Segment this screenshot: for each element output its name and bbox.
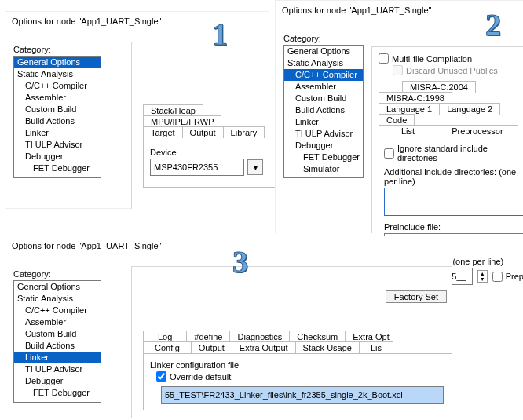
tab-log[interactable]: Log <box>143 331 187 342</box>
content-area-1: Stack/Heap MPU/IPE/FRWP Target Output Li… <box>131 42 269 209</box>
override-check[interactable]: Override default <box>156 371 231 382</box>
factory-settings-button[interactable]: Factory Set <box>386 290 447 303</box>
category-item-general-options[interactable]: General Options <box>14 57 101 68</box>
panel-3-title: Options for node "App1_UART_Single" <box>5 236 452 255</box>
cat2-static[interactable]: Static Analysis <box>284 57 363 69</box>
cat3-asm[interactable]: Assembler <box>14 316 101 328</box>
tab-list[interactable]: List <box>379 125 437 137</box>
linker-path-input[interactable]: 55_TEST\FR2433_Linker_files\lnk_fr2355_s… <box>161 386 444 404</box>
cat2-custom[interactable]: Custom Build <box>284 93 363 104</box>
cat3-ulp[interactable]: TI ULP Advisor <box>14 363 101 375</box>
content-area-3: Factory Set Log #define Diagnostics Chec… <box>131 266 452 418</box>
tab-config[interactable]: Config <box>143 341 192 353</box>
tab-library[interactable]: Library <box>223 126 265 138</box>
panel-1-title: Options for node "App1_UART_Single" <box>5 12 269 31</box>
badge-3: 3 <box>232 243 248 280</box>
cat3-general[interactable]: General Options <box>14 281 101 293</box>
discard-check: Discard Unused Publics <box>393 65 498 75</box>
tab-diag[interactable]: Diagnostics <box>229 331 290 342</box>
tab-output3[interactable]: Output <box>191 341 232 353</box>
category-item-linker[interactable]: Linker <box>14 127 101 139</box>
category-item-assembler[interactable]: Assembler <box>14 92 101 104</box>
cat3-linker[interactable]: Linker <box>14 352 101 363</box>
category-item-fet-debugger[interactable]: FET Debugger <box>14 163 101 174</box>
tab-checksum[interactable]: Checksum <box>289 331 346 342</box>
cat2-cpp[interactable]: C/C++ Compiler <box>284 69 363 81</box>
inc-label: Additional include directories: (one per… <box>384 167 523 186</box>
tab-output[interactable]: Output <box>182 126 224 138</box>
cat2-linker[interactable]: Linker <box>284 116 363 128</box>
category-item-debugger[interactable]: Debugger <box>14 151 101 163</box>
tab-extraout[interactable]: Extra Output <box>232 341 296 353</box>
prep-check[interactable]: Prep <box>492 272 523 282</box>
cat3-static[interactable]: Static Analysis <box>14 293 101 305</box>
panel-1: Options for node "App1_UART_Single" Cate… <box>5 11 269 209</box>
tab-preprocessor[interactable]: Preprocessor <box>437 125 518 137</box>
tab-define[interactable]: #define <box>186 331 230 342</box>
cat3-fet[interactable]: FET Debugger <box>14 387 101 399</box>
category-item-ulp-advisor[interactable]: TI ULP Advisor <box>14 139 101 151</box>
tab-extraopt[interactable]: Extra Opt <box>345 331 397 342</box>
cat3-cpp[interactable]: C/C++ Compiler <box>14 305 101 316</box>
tab-misra1998[interactable]: MISRA-C:1998 <box>379 92 452 104</box>
cat3-custom[interactable]: Custom Build <box>14 328 101 340</box>
tab-mpu[interactable]: MPU/IPE/FRWP <box>143 115 221 127</box>
multi-file-check[interactable]: Multi-file Compilation <box>379 53 472 64</box>
cat2-build[interactable]: Build Actions <box>284 104 363 116</box>
cat2-fet[interactable]: FET Debugger <box>284 152 363 163</box>
tab-lis[interactable]: Lis <box>359 341 393 353</box>
tab-stack-heap[interactable]: Stack/Heap <box>143 104 203 116</box>
ignore-check[interactable]: Ignore standard include directories <box>384 144 523 163</box>
cat3-build[interactable]: Build Actions <box>14 340 101 352</box>
preinc-label: Preinclude file: <box>384 222 523 232</box>
category-item-custom-build[interactable]: Custom Build <box>14 104 101 115</box>
cat2-general[interactable]: General Options <box>284 46 363 57</box>
tab-misra2004[interactable]: MISRA-C:2004 <box>402 81 476 93</box>
cat2-asm[interactable]: Assembler <box>284 81 363 93</box>
badge-1: 1 <box>212 16 228 53</box>
content-area-2: Multi-file Compilation Discard Unused Pu… <box>371 46 523 233</box>
category-item-cpp-compiler[interactable]: C/C++ Compiler <box>14 80 101 92</box>
tab-lang1[interactable]: Language 1 <box>379 103 440 115</box>
cat2-ulp[interactable]: TI ULP Advisor <box>284 128 363 140</box>
cat2-sim[interactable]: Simulator <box>284 163 363 175</box>
category-list-3[interactable]: General Options Static Analysis C/C++ Co… <box>13 280 101 403</box>
category-item-static-analysis[interactable]: Static Analysis <box>14 68 101 80</box>
lcf-label: Linker configuration file <box>150 360 452 370</box>
tab-code[interactable]: Code <box>379 114 415 126</box>
device-browse-icon[interactable]: ▾ <box>247 159 263 175</box>
device-label: Device <box>150 148 271 157</box>
cat2-debugger[interactable]: Debugger <box>284 140 363 152</box>
cat3-debugger[interactable]: Debugger <box>14 375 101 387</box>
tab-stack[interactable]: Stack Usage <box>295 341 360 353</box>
category-list-2[interactable]: General Options Static Analysis C/C++ Co… <box>283 45 364 178</box>
category-list[interactable]: General Options Static Analysis C/C++ Co… <box>13 56 101 178</box>
inc-box[interactable] <box>384 188 523 216</box>
device-input[interactable]: MSP430FR2355 <box>150 159 244 176</box>
tab-target[interactable]: Target <box>143 126 183 138</box>
panel-3: Options for node "App1_UART_Single" Cate… <box>5 236 452 418</box>
tab-lang2[interactable]: Language 2 <box>439 103 500 115</box>
category-item-build-actions[interactable]: Build Actions <box>14 115 101 127</box>
badge-2: 2 <box>485 6 501 43</box>
